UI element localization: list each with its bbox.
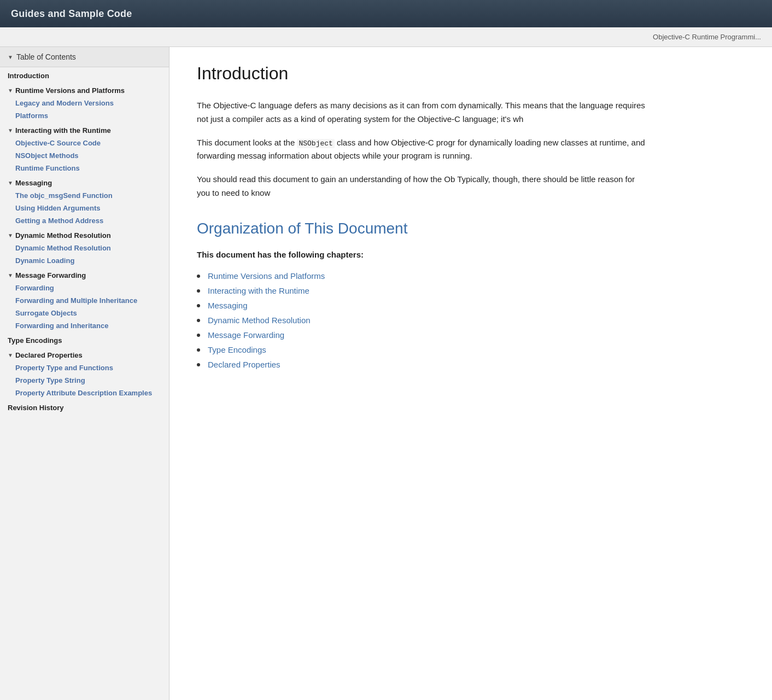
sidebar-item-objc-msgsend[interactable]: The objc_msgSend Function [0,189,169,202]
sidebar-item-forwarding-inheritance[interactable]: Forwarding and Inheritance [0,319,169,332]
sidebar: ▼ Table of Contents Introduction ▼ Runti… [0,47,169,700]
sidebar-item-dynamic-loading[interactable]: Dynamic Loading [0,254,169,267]
chapter-list-item: Message Forwarding [197,330,750,340]
sidebar-item-revision-history[interactable]: Revision History [0,399,169,414]
bullet-dot [197,304,200,307]
toc-header[interactable]: ▼ Table of Contents [0,47,169,67]
main-layout: ▼ Table of Contents Introduction ▼ Runti… [0,47,772,700]
chapter-link-messaging[interactable]: Messaging [208,301,248,310]
sidebar-item-surrogate-objects[interactable]: Surrogate Objects [0,307,169,319]
arrow-icon-4: ▼ [8,232,13,238]
org-title: Organization of This Document [197,220,750,237]
sidebar-item-runtime-versions[interactable]: ▼ Runtime Versions and Platforms [0,82,169,97]
bullet-dot [197,363,200,366]
top-bar: Guides and Sample Code [0,0,772,27]
chapter-list-item: Messaging [197,301,750,310]
chapter-list-item: Type Encodings [197,345,750,354]
bullet-dot [197,275,200,278]
chapter-list-item: Declared Properties [197,360,750,369]
chapter-list-item: Runtime Versions and Platforms [197,271,750,281]
bullet-dot [197,319,200,322]
arrow-icon-6: ▼ [8,352,13,358]
sidebar-item-type-encodings[interactable]: Type Encodings [0,332,169,347]
sidebar-item-declared-properties[interactable]: ▼ Declared Properties [0,347,169,361]
org-intro: This document has the following chapters… [197,248,645,262]
intro-title: Introduction [197,63,750,84]
intro-para-3: You should read this document to gain an… [197,173,645,200]
sidebar-item-platforms[interactable]: Platforms [0,109,169,122]
chapter-link-message-forwarding[interactable]: Message Forwarding [208,330,284,340]
arrow-icon: ▼ [8,88,13,94]
chapter-link-runtime-versions[interactable]: Runtime Versions and Platforms [208,271,325,281]
chapter-link-type-encodings[interactable]: Type Encodings [208,345,266,354]
sidebar-item-dynamic-method-resolution[interactable]: ▼ Dynamic Method Resolution [0,227,169,242]
arrow-icon-3: ▼ [8,180,13,186]
breadcrumb-bar: Objective-C Runtime Programmi... [0,27,772,47]
toc-label: Table of Contents [16,52,76,61]
sidebar-item-message-forwarding[interactable]: ▼ Message Forwarding [0,267,169,282]
sidebar-item-objc-source[interactable]: Objective-C Source Code [0,137,169,149]
chapter-link-dynamic-method-resolution[interactable]: Dynamic Method Resolution [208,316,311,325]
sidebar-item-dynamic-method-res-sub[interactable]: Dynamic Method Resolution [0,242,169,254]
sidebar-item-hidden-arguments[interactable]: Using Hidden Arguments [0,202,169,214]
app-title: Guides and Sample Code [11,8,132,20]
breadcrumb-text: Objective-C Runtime Programmi... [653,33,761,41]
sidebar-item-forwarding[interactable]: Forwarding [0,282,169,294]
toc-collapse-icon: ▼ [8,54,13,60]
nsobject-code: NSObject [297,139,334,148]
chapter-link-declared-properties[interactable]: Declared Properties [208,360,280,369]
arrow-icon-2: ▼ [8,127,13,133]
content-area: Introduction The Objective-C language de… [169,47,772,700]
sidebar-item-property-type-string[interactable]: Property Type String [0,374,169,387]
sidebar-item-runtime-functions[interactable]: Runtime Functions [0,162,169,174]
intro-para-1: The Objective-C language defers as many … [197,99,645,126]
chapter-list-item: Dynamic Method Resolution [197,316,750,325]
chapter-link-interacting-runtime[interactable]: Interacting with the Runtime [208,286,309,295]
arrow-icon-5: ▼ [8,272,13,278]
chapter-list: Runtime Versions and Platforms Interacti… [197,271,750,369]
bullet-dot [197,289,200,293]
chapter-list-item: Interacting with the Runtime [197,286,750,295]
intro-para-2: This document looks at the NSObject clas… [197,136,645,164]
sidebar-item-interacting-runtime[interactable]: ▼ Interacting with the Runtime [0,122,169,137]
sidebar-item-forwarding-multiple-inheritance[interactable]: Forwarding and Multiple Inheritance [0,294,169,307]
bullet-dot [197,334,200,337]
bullet-dot [197,348,200,352]
sidebar-item-introduction[interactable]: Introduction [0,67,169,82]
sidebar-item-legacy-modern[interactable]: Legacy and Modern Versions [0,97,169,109]
sidebar-item-messaging[interactable]: ▼ Messaging [0,174,169,189]
sidebar-nav: Introduction ▼ Runtime Versions and Plat… [0,67,169,414]
sidebar-item-nsobject-methods[interactable]: NSObject Methods [0,149,169,162]
sidebar-item-property-attr-desc[interactable]: Property Attribute Description Examples [0,387,169,399]
sidebar-item-property-type-functions[interactable]: Property Type and Functions [0,361,169,374]
sidebar-item-method-address[interactable]: Getting a Method Address [0,214,169,227]
